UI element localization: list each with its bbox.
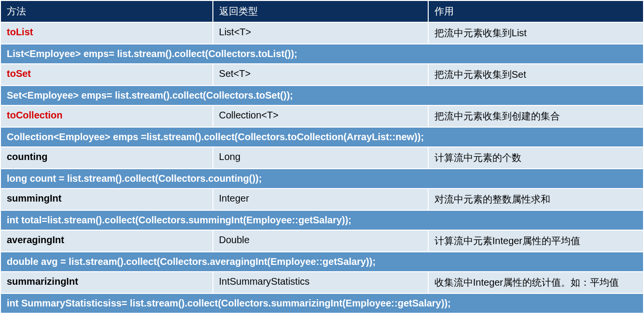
cell-return-type: List<T> <box>213 22 428 44</box>
table-code-row: Collection<Employee> emps =list.stream()… <box>0 127 644 147</box>
cell-code-example: Collection<Employee> emps =list.stream()… <box>0 127 644 147</box>
header-description: 作用 <box>428 0 644 22</box>
cell-return-type: Double <box>213 230 428 252</box>
header-method: 方法 <box>0 0 213 22</box>
table-header-row: 方法 返回类型 作用 <box>0 0 644 22</box>
table-code-row: List<Employee> emps= list.stream().colle… <box>0 44 644 64</box>
cell-code-example: int SummaryStatisticsiss= list.stream().… <box>0 293 644 313</box>
cell-code-example: long count = list.stream().collect(Colle… <box>0 169 644 189</box>
cell-return-type: Integer <box>213 189 428 210</box>
cell-return-type: IntSummaryStatistics <box>213 272 428 293</box>
cell-description: 把流中元素收集到Set <box>428 64 644 86</box>
cell-description: 计算流中元素的个数 <box>428 147 644 169</box>
cell-method: summingInt <box>0 189 213 210</box>
cell-description: 收集流中Integer属性的统计值。如：平均值 <box>428 272 644 293</box>
table-row: summingIntInteger对流中元素的整数属性求和 <box>0 189 644 210</box>
table-row: toListList<T>把流中元素收集到List <box>0 22 644 44</box>
table-code-row: Set<Employee> emps= list.stream().collec… <box>0 86 644 105</box>
table-code-row: double avg = list.stream().collect(Colle… <box>0 252 644 272</box>
cell-return-type: Long <box>213 147 428 169</box>
cell-method: averagingInt <box>0 230 213 252</box>
collectors-table: 方法 返回类型 作用 toListList<T>把流中元素收集到ListList… <box>0 0 644 314</box>
cell-code-example: Set<Employee> emps= list.stream().collec… <box>0 86 644 105</box>
cell-description: 计算流中元素Integer属性的平均值 <box>428 230 644 252</box>
table-row: toCollectionCollection<T>把流中元素收集到创建的集合 <box>0 105 644 127</box>
cell-description: 对流中元素的整数属性求和 <box>428 189 644 210</box>
cell-method: summarizingInt <box>0 272 213 293</box>
cell-code-example: List<Employee> emps= list.stream().colle… <box>0 44 644 64</box>
cell-description: 把流中元素收集到创建的集合 <box>428 105 644 127</box>
cell-return-type: Set<T> <box>213 64 428 86</box>
cell-method: counting <box>0 147 213 169</box>
table-row: summarizingIntIntSummaryStatistics收集流中In… <box>0 272 644 293</box>
cell-code-example: double avg = list.stream().collect(Colle… <box>0 252 644 272</box>
table-code-row: int total=list.stream().collect(Collecto… <box>0 210 644 230</box>
table-code-row: int SummaryStatisticsiss= list.stream().… <box>0 293 644 313</box>
table-row: countingLong计算流中元素的个数 <box>0 147 644 169</box>
table-code-row: long count = list.stream().collect(Colle… <box>0 169 644 189</box>
table-row: averagingIntDouble计算流中元素Integer属性的平均值 <box>0 230 644 252</box>
cell-method: toList <box>0 22 213 44</box>
table-row: toSetSet<T>把流中元素收集到Set <box>0 64 644 86</box>
cell-description: 把流中元素收集到List <box>428 22 644 44</box>
cell-method: toCollection <box>0 105 213 127</box>
cell-code-example: int total=list.stream().collect(Collecto… <box>0 210 644 230</box>
cell-return-type: Collection<T> <box>213 105 428 127</box>
header-return-type: 返回类型 <box>213 0 428 22</box>
cell-method: toSet <box>0 64 213 86</box>
